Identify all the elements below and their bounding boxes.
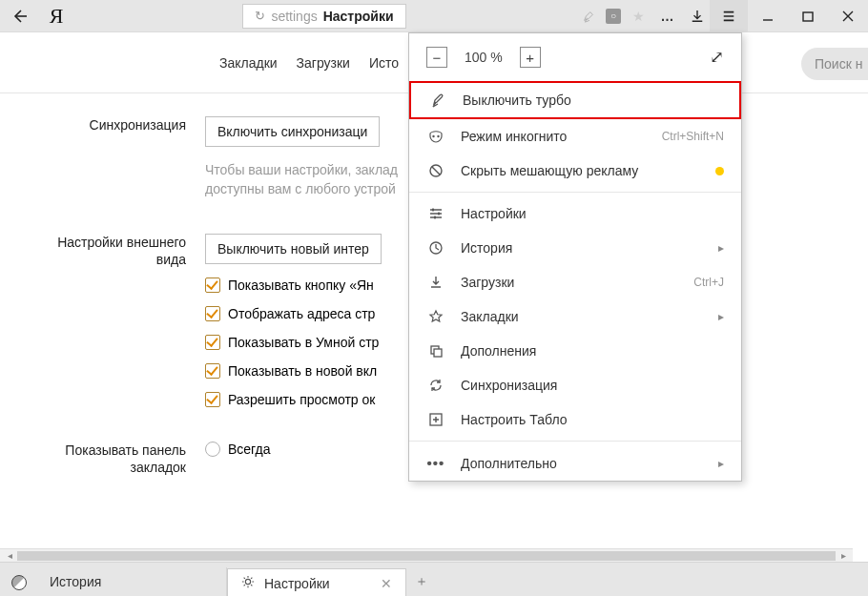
chevron-right-icon: ▸ bbox=[718, 457, 724, 470]
tab-close-icon[interactable]: ✕ bbox=[381, 576, 392, 591]
window-minimize-button[interactable] bbox=[748, 0, 788, 31]
bottom-tab-bar: История Настройки ✕ ＋ bbox=[0, 562, 868, 596]
svg-point-1 bbox=[432, 135, 434, 137]
main-menu-button[interactable] bbox=[710, 0, 748, 31]
appearance-toggle-button[interactable]: Выключить новый интер bbox=[205, 234, 382, 264]
refresh-icon bbox=[426, 378, 445, 393]
menu-item-label: История bbox=[461, 240, 703, 256]
menu-more[interactable]: ••• Дополнительно ▸ bbox=[409, 445, 741, 481]
clock-icon bbox=[426, 240, 445, 256]
scroll-left-arrow[interactable]: ◂ bbox=[2, 550, 17, 561]
plus-box-icon bbox=[426, 412, 445, 427]
star-icon bbox=[426, 309, 445, 324]
scroll-thumb[interactable] bbox=[17, 551, 836, 561]
gear-icon bbox=[241, 575, 255, 591]
downloads-button[interactable] bbox=[685, 0, 710, 31]
menu-turbo-off[interactable]: Выключить турбо bbox=[409, 81, 741, 119]
status-dot-yellow bbox=[715, 167, 724, 175]
window-maximize-button[interactable] bbox=[788, 0, 828, 31]
rocket-icon bbox=[428, 92, 447, 108]
tab-path: settings bbox=[271, 9, 317, 24]
checkbox-icon bbox=[205, 277, 220, 293]
nav-back-button[interactable] bbox=[2, 0, 36, 31]
chevron-right-icon: ▸ bbox=[718, 241, 724, 255]
sync-enable-button[interactable]: Включить синхронизаци bbox=[205, 116, 380, 147]
menu-history[interactable]: История ▸ bbox=[409, 231, 741, 265]
window-close-button[interactable] bbox=[828, 0, 868, 31]
menu-separator bbox=[409, 441, 741, 442]
menu-customize-tablo[interactable]: Настроить Табло bbox=[409, 402, 741, 437]
check-label: Показывать кнопку «Ян bbox=[228, 277, 374, 293]
appearance-label: Настройки внешнеговида bbox=[0, 234, 205, 407]
main-menu-panel: − 100 % + ⤢ Выключить турбо Режим инкогн… bbox=[408, 32, 742, 482]
menu-item-label: Выключить турбо bbox=[463, 92, 722, 108]
menu-shortcut: Ctrl+Shift+N bbox=[662, 130, 724, 143]
zoom-row: − 100 % + ⤢ bbox=[409, 33, 741, 81]
arrow-left-icon bbox=[11, 9, 27, 24]
menu-item-label: Режим инкогнито bbox=[461, 129, 647, 144]
checkbox-icon bbox=[205, 335, 220, 350]
menu-item-label: Загрузки bbox=[461, 275, 678, 290]
menu-incognito[interactable]: Режим инкогнито Ctrl+Shift+N bbox=[409, 119, 741, 154]
sync-label: Синхронизация bbox=[0, 116, 205, 199]
check-label: Показывать в новой вкл bbox=[228, 363, 377, 379]
nav-bookmarks[interactable]: Закладки bbox=[219, 55, 278, 71]
menu-bookmarks[interactable]: Закладки ▸ bbox=[409, 299, 741, 334]
svg-point-2 bbox=[437, 135, 439, 137]
reload-icon[interactable]: ↻ bbox=[255, 9, 265, 23]
title-bar: Я ↻ settings Настройки ○ ★ … bbox=[0, 0, 868, 32]
nav-downloads[interactable]: Загрузки bbox=[297, 55, 350, 71]
yandex-logo[interactable]: Я bbox=[40, 4, 72, 29]
copy-icon bbox=[426, 343, 445, 359]
fullscreen-icon[interactable]: ⤢ bbox=[710, 47, 724, 68]
menu-item-label: Закладки bbox=[461, 309, 703, 324]
menu-item-label: Синхронизация bbox=[461, 378, 724, 393]
check-label: Показывать в Умной стр bbox=[228, 335, 379, 350]
scroll-right-arrow[interactable]: ▸ bbox=[836, 550, 851, 561]
settings-search[interactable]: Поиск н bbox=[801, 48, 868, 80]
menu-hide-ads[interactable]: Скрыть мешающую рекламу bbox=[409, 154, 741, 188]
horizontal-scrollbar[interactable]: ◂ ▸ bbox=[0, 548, 853, 562]
svg-rect-5 bbox=[438, 213, 440, 216]
svg-point-11 bbox=[245, 579, 250, 584]
checkbox-icon bbox=[205, 392, 220, 407]
favorite-star-icon[interactable]: ★ bbox=[626, 0, 651, 31]
tab-more-button[interactable]: … bbox=[651, 0, 685, 31]
bottom-tab-settings[interactable]: Настройки ✕ bbox=[227, 568, 406, 596]
menu-separator bbox=[409, 192, 741, 193]
menu-settings[interactable]: Настройки bbox=[409, 196, 741, 231]
checkbox-icon bbox=[205, 306, 220, 321]
menu-downloads[interactable]: Загрузки Ctrl+J bbox=[409, 265, 741, 299]
tab-label: Настройки bbox=[264, 576, 330, 591]
chevron-right-icon: ▸ bbox=[718, 310, 724, 323]
check-label: Разрешить просмотр ок bbox=[228, 392, 375, 407]
protect-icon[interactable]: ○ bbox=[601, 0, 626, 31]
search-placeholder: Поиск н bbox=[815, 56, 862, 72]
menu-item-label: Настроить Табло bbox=[461, 412, 724, 427]
mask-icon bbox=[426, 129, 445, 144]
no-entry-icon bbox=[426, 163, 445, 178]
rocket-icon[interactable] bbox=[576, 0, 601, 31]
menu-item-label: Настройки bbox=[461, 206, 724, 221]
bottom-tab-history[interactable]: История bbox=[36, 567, 227, 596]
tab-label: История bbox=[50, 574, 101, 589]
menu-sync[interactable]: Синхронизация bbox=[409, 368, 741, 402]
new-tab-button[interactable]: ＋ bbox=[406, 567, 437, 596]
zoom-in-button[interactable]: + bbox=[520, 47, 541, 68]
menu-item-label: Дополнительно bbox=[461, 456, 703, 471]
menu-shortcut: Ctrl+J bbox=[693, 276, 724, 289]
menu-item-label: Дополнения bbox=[461, 343, 724, 359]
zoom-out-button[interactable]: − bbox=[426, 47, 447, 68]
zoom-percent: 100 % bbox=[465, 50, 503, 65]
checkbox-icon bbox=[205, 363, 220, 379]
menu-addons[interactable]: Дополнения bbox=[409, 334, 741, 368]
svg-rect-4 bbox=[432, 209, 434, 212]
menu-item-label: Скрыть мешающую рекламу bbox=[461, 163, 700, 178]
svg-rect-6 bbox=[434, 216, 436, 219]
radio-label: Всегда bbox=[228, 442, 271, 457]
active-tab[interactable]: ↻ settings Настройки bbox=[242, 4, 405, 29]
nav-history-cut[interactable]: Исто bbox=[369, 55, 399, 71]
status-indicator-icon[interactable] bbox=[11, 575, 27, 590]
svg-rect-9 bbox=[434, 349, 442, 357]
download-icon bbox=[426, 275, 445, 290]
